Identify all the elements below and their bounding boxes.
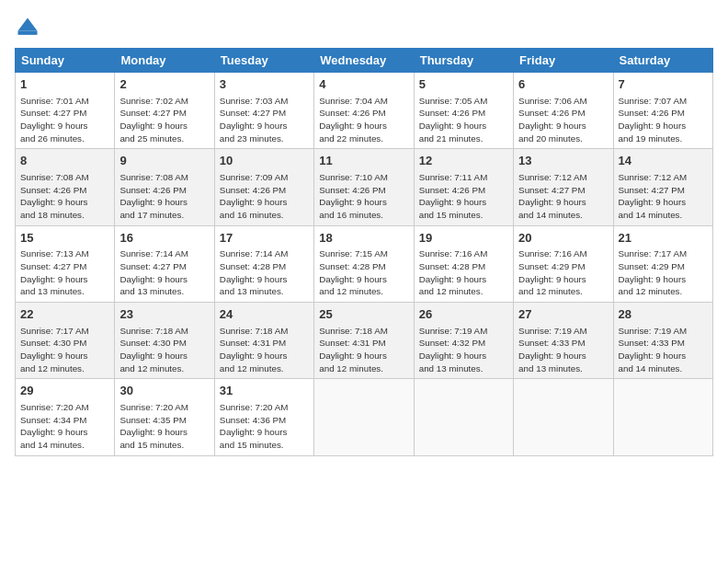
calendar-cell: 23Sunrise: 7:18 AM Sunset: 4:30 PM Dayli… bbox=[115, 303, 214, 379]
day-number: 30 bbox=[119, 383, 209, 399]
day-info: Sunrise: 7:08 AM Sunset: 4:26 PM Dayligh… bbox=[20, 171, 109, 222]
calendar-cell: 6Sunrise: 7:06 AM Sunset: 4:26 PM Daylig… bbox=[514, 73, 613, 149]
day-number: 4 bbox=[319, 76, 408, 93]
calendar-cell: 24Sunrise: 7:18 AM Sunset: 4:31 PM Dayli… bbox=[214, 303, 313, 379]
day-number: 6 bbox=[518, 76, 608, 93]
calendar-cell: 10Sunrise: 7:09 AM Sunset: 4:26 PM Dayli… bbox=[214, 149, 313, 225]
day-info: Sunrise: 7:08 AM Sunset: 4:26 PM Dayligh… bbox=[119, 171, 209, 222]
calendar-row: 1Sunrise: 7:01 AM Sunset: 4:27 PM Daylig… bbox=[16, 73, 713, 149]
day-number: 28 bbox=[619, 306, 708, 323]
day-info: Sunrise: 7:19 AM Sunset: 4:32 PM Dayligh… bbox=[419, 325, 508, 375]
calendar-cell: 17Sunrise: 7:14 AM Sunset: 4:28 PM Dayli… bbox=[214, 225, 313, 302]
day-number: 27 bbox=[518, 306, 608, 323]
day-number: 21 bbox=[619, 230, 708, 247]
calendar-cell: 22Sunrise: 7:17 AM Sunset: 4:30 PM Dayli… bbox=[16, 303, 115, 379]
calendar-cell: 21Sunrise: 7:17 AM Sunset: 4:29 PM Dayli… bbox=[613, 225, 712, 302]
day-info: Sunrise: 7:06 AM Sunset: 4:26 PM Dayligh… bbox=[518, 95, 608, 145]
calendar-cell: 4Sunrise: 7:04 AM Sunset: 4:26 PM Daylig… bbox=[314, 73, 414, 149]
day-info: Sunrise: 7:20 AM Sunset: 4:34 PM Dayligh… bbox=[20, 401, 109, 452]
day-number: 18 bbox=[319, 230, 408, 247]
day-number: 19 bbox=[419, 230, 508, 247]
calendar-cell: 20Sunrise: 7:16 AM Sunset: 4:29 PM Dayli… bbox=[514, 225, 613, 302]
weekday-header-thursday: Thursday bbox=[414, 49, 513, 73]
calendar-cell: 25Sunrise: 7:18 AM Sunset: 4:31 PM Dayli… bbox=[314, 303, 414, 379]
day-info: Sunrise: 7:15 AM Sunset: 4:28 PM Dayligh… bbox=[319, 247, 408, 298]
day-number: 7 bbox=[619, 76, 708, 93]
calendar-cell: 13Sunrise: 7:12 AM Sunset: 4:27 PM Dayli… bbox=[514, 149, 613, 225]
day-number: 1 bbox=[20, 76, 109, 93]
day-number: 5 bbox=[419, 76, 508, 93]
day-info: Sunrise: 7:16 AM Sunset: 4:28 PM Dayligh… bbox=[419, 247, 508, 298]
day-info: Sunrise: 7:18 AM Sunset: 4:31 PM Dayligh… bbox=[319, 325, 408, 375]
day-number: 2 bbox=[119, 76, 209, 93]
calendar-cell: 7Sunrise: 7:07 AM Sunset: 4:26 PM Daylig… bbox=[613, 73, 712, 149]
day-number: 29 bbox=[20, 383, 109, 399]
day-number: 13 bbox=[518, 153, 608, 169]
calendar-cell: 11Sunrise: 7:10 AM Sunset: 4:26 PM Dayli… bbox=[314, 149, 414, 225]
day-info: Sunrise: 7:01 AM Sunset: 4:27 PM Dayligh… bbox=[20, 95, 109, 145]
calendar-cell: 9Sunrise: 7:08 AM Sunset: 4:26 PM Daylig… bbox=[115, 149, 214, 225]
day-number: 10 bbox=[220, 153, 309, 169]
day-info: Sunrise: 7:10 AM Sunset: 4:26 PM Dayligh… bbox=[319, 171, 408, 222]
calendar-cell: 1Sunrise: 7:01 AM Sunset: 4:27 PM Daylig… bbox=[16, 73, 115, 149]
weekday-header-monday: Monday bbox=[115, 49, 214, 73]
day-number: 25 bbox=[319, 306, 408, 323]
day-number: 17 bbox=[220, 230, 309, 247]
day-info: Sunrise: 7:18 AM Sunset: 4:31 PM Dayligh… bbox=[220, 325, 309, 375]
calendar-cell bbox=[514, 379, 613, 455]
calendar-cell bbox=[613, 379, 712, 455]
svg-marker-0 bbox=[18, 18, 38, 31]
calendar-row: 29Sunrise: 7:20 AM Sunset: 4:34 PM Dayli… bbox=[16, 379, 713, 455]
logo bbox=[15, 15, 44, 40]
weekday-header-wednesday: Wednesday bbox=[314, 49, 414, 73]
day-info: Sunrise: 7:17 AM Sunset: 4:29 PM Dayligh… bbox=[619, 247, 708, 298]
calendar-cell: 12Sunrise: 7:11 AM Sunset: 4:26 PM Dayli… bbox=[414, 149, 513, 225]
calendar-row: 15Sunrise: 7:13 AM Sunset: 4:27 PM Dayli… bbox=[16, 225, 713, 302]
day-info: Sunrise: 7:05 AM Sunset: 4:26 PM Dayligh… bbox=[419, 95, 508, 145]
day-info: Sunrise: 7:17 AM Sunset: 4:30 PM Dayligh… bbox=[20, 325, 109, 375]
day-number: 14 bbox=[619, 153, 708, 169]
day-number: 12 bbox=[419, 153, 508, 169]
day-number: 8 bbox=[20, 153, 109, 169]
day-info: Sunrise: 7:20 AM Sunset: 4:36 PM Dayligh… bbox=[220, 401, 309, 452]
day-info: Sunrise: 7:14 AM Sunset: 4:28 PM Dayligh… bbox=[220, 247, 309, 298]
day-info: Sunrise: 7:18 AM Sunset: 4:30 PM Dayligh… bbox=[119, 325, 209, 375]
day-number: 31 bbox=[220, 383, 309, 399]
calendar-cell: 28Sunrise: 7:19 AM Sunset: 4:33 PM Dayli… bbox=[613, 303, 712, 379]
weekday-header-sunday: Sunday bbox=[16, 49, 115, 73]
header bbox=[15, 15, 713, 40]
calendar-cell: 14Sunrise: 7:12 AM Sunset: 4:27 PM Dayli… bbox=[613, 149, 712, 225]
day-number: 15 bbox=[20, 230, 109, 247]
calendar-cell: 5Sunrise: 7:05 AM Sunset: 4:26 PM Daylig… bbox=[414, 73, 513, 149]
day-number: 26 bbox=[419, 306, 508, 323]
day-number: 24 bbox=[220, 306, 309, 323]
calendar-cell: 31Sunrise: 7:20 AM Sunset: 4:36 PM Dayli… bbox=[214, 379, 313, 455]
day-info: Sunrise: 7:04 AM Sunset: 4:26 PM Dayligh… bbox=[319, 95, 408, 145]
calendar-cell: 27Sunrise: 7:19 AM Sunset: 4:33 PM Dayli… bbox=[514, 303, 613, 379]
day-info: Sunrise: 7:16 AM Sunset: 4:29 PM Dayligh… bbox=[518, 247, 608, 298]
weekday-header-friday: Friday bbox=[514, 49, 613, 73]
day-info: Sunrise: 7:13 AM Sunset: 4:27 PM Dayligh… bbox=[20, 247, 109, 298]
day-number: 23 bbox=[119, 306, 209, 323]
day-info: Sunrise: 7:19 AM Sunset: 4:33 PM Dayligh… bbox=[619, 325, 708, 375]
day-info: Sunrise: 7:12 AM Sunset: 4:27 PM Dayligh… bbox=[619, 171, 708, 222]
calendar-cell bbox=[314, 379, 414, 455]
svg-rect-1 bbox=[18, 31, 38, 35]
day-number: 11 bbox=[319, 153, 408, 169]
calendar-row: 8Sunrise: 7:08 AM Sunset: 4:26 PM Daylig… bbox=[16, 149, 713, 225]
day-info: Sunrise: 7:07 AM Sunset: 4:26 PM Dayligh… bbox=[619, 95, 708, 145]
calendar: SundayMondayTuesdayWednesdayThursdayFrid… bbox=[15, 48, 713, 456]
day-number: 22 bbox=[20, 306, 109, 323]
logo-icon bbox=[15, 15, 40, 40]
day-info: Sunrise: 7:02 AM Sunset: 4:27 PM Dayligh… bbox=[119, 95, 209, 145]
calendar-cell: 15Sunrise: 7:13 AM Sunset: 4:27 PM Dayli… bbox=[16, 225, 115, 302]
calendar-cell: 8Sunrise: 7:08 AM Sunset: 4:26 PM Daylig… bbox=[16, 149, 115, 225]
day-info: Sunrise: 7:09 AM Sunset: 4:26 PM Dayligh… bbox=[220, 171, 309, 222]
day-number: 20 bbox=[518, 230, 608, 247]
calendar-cell: 2Sunrise: 7:02 AM Sunset: 4:27 PM Daylig… bbox=[115, 73, 214, 149]
day-number: 9 bbox=[119, 153, 209, 169]
day-info: Sunrise: 7:19 AM Sunset: 4:33 PM Dayligh… bbox=[518, 325, 608, 375]
day-info: Sunrise: 7:12 AM Sunset: 4:27 PM Dayligh… bbox=[518, 171, 608, 222]
weekday-header-tuesday: Tuesday bbox=[214, 49, 313, 73]
calendar-cell: 16Sunrise: 7:14 AM Sunset: 4:27 PM Dayli… bbox=[115, 225, 214, 302]
